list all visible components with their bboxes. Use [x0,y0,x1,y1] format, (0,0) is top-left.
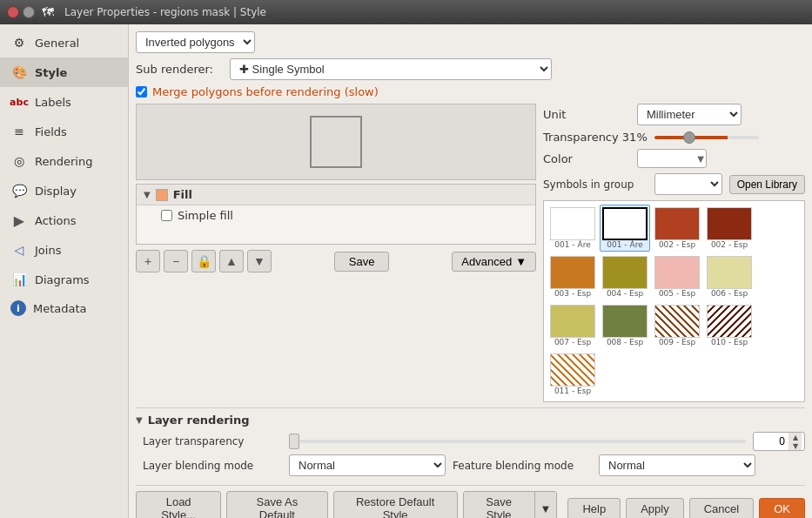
symbol-swatch-12 [550,353,595,387]
symbol-name-3: 002 - Esp [711,240,748,249]
advanced-button[interactable]: Advanced ▼ [452,252,536,272]
sidebar-item-metadata[interactable]: i Metadata [0,294,128,322]
symbol-editor: ▼ Fill Simple fill + − 🔒 ▲ ▼ [136,104,805,402]
sidebar-label-rendering: Rendering [35,155,92,168]
color-button[interactable]: ▼ [637,149,707,168]
polygon-type-select[interactable]: Inverted polygons Single Symbol Categori… [136,31,255,53]
layer-transparency-row: Layer transparency 0 ▲ ▼ [136,432,805,451]
remove-layer-button[interactable]: − [164,250,188,272]
layer-transparency-slider[interactable] [289,440,746,443]
symbols-in-group-select[interactable] [654,173,722,195]
save-button[interactable]: Save [334,252,390,272]
fill-child-simple[interactable]: Simple fill [137,205,535,225]
layer-transparency-spinbox: 0 ▲ ▼ [753,432,805,451]
symbol-item-7[interactable]: 006 - Esp [704,253,755,300]
symbol-swatch-5 [602,256,648,289]
window-title: Layer Properties - regions mask | Style [64,6,266,18]
layer-blend-label: Layer blending mode [143,460,282,472]
fill-color-indicator [156,189,168,201]
help-button[interactable]: Help [567,498,621,519]
symbol-item-1[interactable]: 001 - Áre [600,205,650,252]
polygon-type-row: Inverted polygons Single Symbol Categori… [136,31,805,53]
sidebar-item-labels[interactable]: abc Labels [0,87,128,117]
spinbox-down-arrow[interactable]: ▼ [789,441,802,450]
save-style-group: Save Style ▼ [463,491,558,518]
sidebar-item-fields[interactable]: ≡ Fields [0,117,128,146]
symbol-item-5[interactable]: 004 - Esp [600,253,650,300]
save-style-dropdown[interactable]: ▼ [535,492,557,518]
symbol-name-2: 002 - Esp [659,240,695,249]
move-up-button[interactable]: ▲ [219,250,244,272]
sidebar-label-display: Display [35,185,77,198]
transparency-label: Transparency 31% [543,131,648,144]
style-icon: 🎨 [10,64,28,81]
simple-fill-checkbox[interactable] [161,210,172,221]
unit-label: Unit [543,108,630,121]
symbol-name-4: 003 - Esp [554,289,591,298]
add-layer-button[interactable]: + [136,250,160,272]
color-label: Color [543,152,630,165]
sidebar-item-joins[interactable]: ◁ Joins [0,235,128,265]
symbol-item-2[interactable]: 002 - Esp [652,205,702,252]
layer-blend-select[interactable]: Normal Multiply Screen [289,454,446,476]
sidebar-item-general[interactable]: ⚙ General [0,28,128,57]
cancel-button[interactable]: Cancel [689,498,754,519]
symbol-name-10: 009 - Esp [659,338,695,346]
symbol-item-8[interactable]: 007 - Esp [547,302,598,349]
window-icon: 🗺 [42,5,54,19]
move-down-button[interactable]: ▼ [247,250,272,272]
layer-rendering-section: ▼ Layer rendering Layer transparency 0 ▲… [136,407,805,480]
save-style-button[interactable]: Save Style [464,492,535,518]
preview-inner [310,116,362,168]
apply-button[interactable]: Apply [626,498,684,519]
symbol-name-6: 005 - Esp [659,289,695,298]
symbol-swatch-3 [707,207,752,240]
symbol-item-9[interactable]: 008 - Esp [600,302,650,349]
sidebar-item-rendering[interactable]: ◎ Rendering [0,146,128,176]
layer-transparency-input[interactable]: 0 [754,433,789,450]
unit-select[interactable]: Millimeter Pixel Map unit [637,104,742,125]
symbol-item-10[interactable]: 009 - Esp [652,302,702,349]
sub-renderer-row: Sub renderer: ✚ Single Symbol Categorize… [136,58,805,80]
symbol-name-0: 001 - Áre [554,240,590,249]
symbol-item-6[interactable]: 005 - Esp [652,253,702,300]
advanced-arrow-icon: ▼ [515,255,527,268]
merge-checkbox[interactable] [136,86,147,98]
symbol-item-3[interactable]: 002 - Esp [704,205,755,252]
symbol-item-4[interactable]: 003 - Esp [547,253,598,300]
window-controls[interactable] [7,6,35,18]
transparency-slider[interactable] [654,136,759,139]
layer-transparency-label: Layer transparency [143,435,282,447]
open-library-button[interactable]: Open Library [729,175,805,194]
close-button[interactable] [7,6,19,18]
merge-row: Merge polygons before rendering (slow) [136,85,805,98]
minimize-button[interactable] [23,6,35,18]
symbol-name-5: 004 - Esp [607,289,643,298]
symbol-swatch-2 [654,207,700,240]
lock-layer-button[interactable]: 🔒 [191,250,216,272]
diagrams-icon: 📊 [10,271,28,288]
fields-icon: ≡ [10,123,28,140]
content-area: Inverted polygons Single Symbol Categori… [129,24,812,518]
restore-default-button[interactable]: Restore Default Style [333,491,458,518]
symbol-item-12[interactable]: 011 - Esp [547,351,598,398]
sidebar-item-style[interactable]: 🎨 Style [0,57,128,87]
symbol-item-0[interactable]: 001 - Áre [547,205,598,252]
sub-renderer-select[interactable]: ✚ Single Symbol Categorized [230,58,552,80]
spinbox-up-arrow[interactable]: ▲ [789,433,802,441]
save-as-default-button[interactable]: Save As Default [226,491,327,518]
color-row: Color ▼ [543,149,805,168]
ok-button[interactable]: OK [759,498,805,519]
rendering-icon: ◎ [10,152,28,170]
symbol-name-9: 008 - Esp [607,338,643,346]
fill-header[interactable]: ▼ Fill [137,185,535,205]
sidebar-item-actions[interactable]: ▶ Actions [0,205,128,235]
symbol-swatch-1 [602,207,648,240]
load-style-button[interactable]: Load Style... [136,491,221,518]
symbol-item-11[interactable]: 010 - Esp [704,302,755,349]
sidebar-item-diagrams[interactable]: 📊 Diagrams [0,265,128,294]
unit-row: Unit Millimeter Pixel Map unit [543,104,805,125]
feature-blend-select[interactable]: Normal Multiply Screen [599,454,755,476]
sidebar-item-display[interactable]: 💬 Display [0,176,128,205]
layer-rendering-header[interactable]: ▼ Layer rendering [136,414,805,427]
